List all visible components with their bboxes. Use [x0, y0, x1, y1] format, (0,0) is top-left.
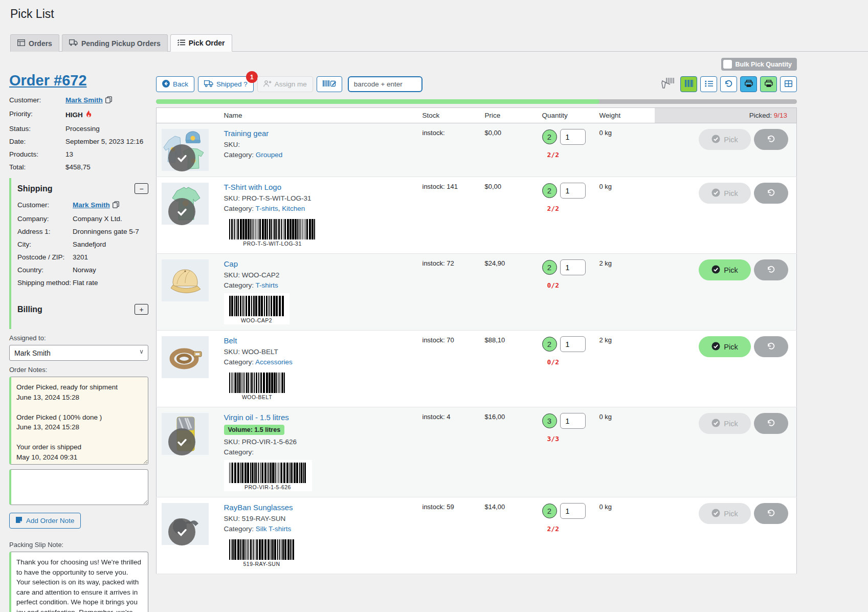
product-attribute-badge: Volume: 1.5 litres [224, 425, 285, 435]
copy-icon[interactable] [113, 201, 119, 210]
pick-products-table: Name Stock Price Quantity Weight Picked:… [156, 107, 797, 574]
copy-icon[interactable] [105, 96, 112, 105]
new-note-textarea[interactable] [9, 469, 148, 505]
shipping-heading: Shipping [17, 184, 52, 193]
pick-button[interactable]: Pick [699, 503, 751, 524]
shipping-info-label: Country: [17, 266, 73, 274]
shipping-info-label: Customer: [17, 201, 73, 210]
picked-count: 9/13 [774, 112, 787, 119]
print-blue-icon-button[interactable] [740, 76, 757, 92]
product-name-link[interactable]: Belt [224, 336, 237, 345]
pick-button[interactable]: Pick [699, 183, 751, 204]
category-link[interactable]: Grouped [256, 151, 283, 159]
quantity-input[interactable] [560, 183, 586, 199]
add-order-note-button[interactable]: Add Order Note [9, 513, 81, 529]
quantity-input[interactable] [560, 413, 586, 429]
shipping-info-list: Customer:Mark SmithCompany:Company X Ltd… [17, 201, 148, 287]
picked-fraction: 2/2 [547, 205, 591, 212]
check-circle-icon [711, 342, 720, 352]
pick-button[interactable]: Pick [699, 413, 751, 434]
barcode-input[interactable] [348, 76, 422, 92]
billing-heading: Billing [17, 305, 42, 314]
quantity-input[interactable] [560, 336, 586, 352]
category-link[interactable]: T-shirts [256, 281, 278, 289]
product-name-link[interactable]: Training gear [224, 129, 269, 138]
undo-icon [724, 80, 733, 89]
back-button[interactable]: Back [156, 76, 194, 92]
category-link[interactable]: Kitchen [282, 205, 305, 212]
barcode-edit-button[interactable] [317, 76, 342, 92]
undo-pick-button[interactable] [754, 129, 788, 150]
table-view-icon-button[interactable] [780, 76, 797, 92]
undo-pick-button[interactable] [754, 413, 788, 434]
pick-button[interactable]: Pick [699, 129, 751, 150]
product-name-link[interactable]: T-Shirt with Logo [224, 183, 282, 191]
pick-button[interactable]: Pick [699, 259, 751, 280]
shipping-info-label: Shipping method: [17, 279, 73, 287]
scan-barcode-icon-button[interactable] [680, 76, 697, 92]
order-info-label: Products: [9, 150, 65, 158]
customer-link[interactable]: Mark Smith [73, 201, 110, 209]
barcode-bars [229, 219, 316, 239]
assign-me-button[interactable]: Assign me [257, 76, 313, 92]
product-category: Category: Accessories [224, 358, 414, 366]
tab-pick-order[interactable]: Pick Order [170, 34, 232, 52]
bulk-pick-checkbox[interactable] [723, 60, 732, 69]
product-price: $16,00 [485, 413, 505, 421]
order-title-link[interactable]: Order #672 [9, 72, 87, 89]
undo-pick-button[interactable] [754, 183, 788, 204]
barcode-label: PRO-T-S-WIT-LOG-31 [229, 241, 316, 247]
quantity-input[interactable] [560, 259, 586, 275]
barcode-scanner-icon-button[interactable] [661, 77, 675, 92]
tab-bar: OrdersPending Pickup OrdersPick Order [10, 34, 868, 52]
order-info-value: September 5, 2023 12:16 [65, 138, 148, 145]
shipping-info-value: Norway [73, 266, 148, 274]
pick-progress-bar [156, 99, 797, 104]
product-weight: 0 kg [599, 183, 612, 190]
product-name-link[interactable]: Cap [224, 259, 238, 268]
shipped-count-badge: 1 [246, 71, 258, 83]
picked-check-overlay [168, 428, 195, 455]
barcode-label: WOO-BELT [229, 394, 285, 400]
category-link[interactable]: Accessories [255, 358, 293, 366]
packing-slip-textarea[interactable] [9, 552, 148, 612]
quantity-input[interactable] [560, 503, 586, 519]
order-notes-textarea[interactable] [9, 377, 148, 465]
table-icon [17, 39, 25, 48]
undo-pick-button[interactable] [754, 503, 788, 524]
bulk-pick-quantity-toggle[interactable]: Bulk Pick Quantity [721, 58, 797, 71]
undo-pick-button[interactable] [754, 336, 788, 357]
pick-list-icon-button[interactable] [700, 76, 717, 92]
quantity-input[interactable] [560, 129, 586, 145]
tab-orders[interactable]: Orders [10, 34, 59, 52]
product-name-link[interactable]: Virgin oil - 1.5 litres [224, 413, 289, 422]
page-title: Pick List [0, 0, 868, 23]
shipped-button[interactable]: Shipped ? 1 [198, 76, 254, 92]
category-link[interactable]: T-shirts [256, 205, 278, 212]
product-category: Category: Silk T-shirts [224, 525, 414, 533]
shipping-collapse-button[interactable]: − [135, 183, 148, 194]
assigned-to-select[interactable]: Mark Smith [9, 345, 148, 361]
product-price: $24,90 [485, 259, 505, 267]
tab-pending-pickup-orders[interactable]: Pending Pickup Orders [62, 34, 168, 52]
undo-icon-button[interactable] [720, 76, 737, 92]
billing-expand-button[interactable]: + [135, 304, 148, 315]
pick-button[interactable]: Pick [699, 336, 751, 357]
product-stock: instock: 141 [422, 183, 458, 190]
customer-link[interactable]: Mark Smith [65, 96, 103, 104]
undo-pick-button[interactable] [754, 259, 788, 280]
assigned-to-select-wrap: Mark Smith [9, 345, 148, 361]
order-info-label: Total: [9, 163, 65, 171]
truck-icon [204, 80, 213, 89]
col-picked: Picked: 9/13 [655, 108, 797, 123]
shipping-info-value: 3201 [73, 253, 148, 261]
product-barcode: 519-RAY-SUN [224, 537, 300, 568]
print-green-icon-button[interactable] [760, 76, 777, 92]
note-icon [15, 516, 23, 525]
shipping-info-value: Flat rate [73, 279, 148, 287]
category-link[interactable]: Silk T-shirts [256, 525, 292, 533]
printer-icon [765, 80, 773, 89]
product-image [162, 503, 209, 545]
product-name-link[interactable]: RayBan Sunglasses [224, 503, 293, 512]
product-category: Category: [224, 448, 414, 456]
